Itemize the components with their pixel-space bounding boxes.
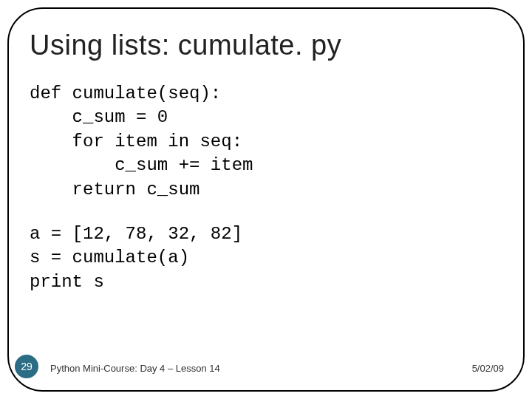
- footer-course-label: Python Mini-Course: Day 4 – Lesson 14: [50, 363, 220, 374]
- code-block-definition: def cumulate(seq): c_sum = 0 for item in…: [30, 82, 502, 202]
- slide-footer: 29 Python Mini-Course: Day 4 – Lesson 14…: [0, 356, 532, 378]
- slide-content: Using lists: cumulate. py def cumulate(s…: [30, 30, 502, 369]
- slide-title: Using lists: cumulate. py: [30, 30, 502, 61]
- page-number-badge: 29: [15, 355, 38, 378]
- footer-date: 5/02/09: [472, 363, 504, 374]
- code-block-usage: a = [12, 78, 32, 82] s = cumulate(a) pri…: [30, 222, 502, 294]
